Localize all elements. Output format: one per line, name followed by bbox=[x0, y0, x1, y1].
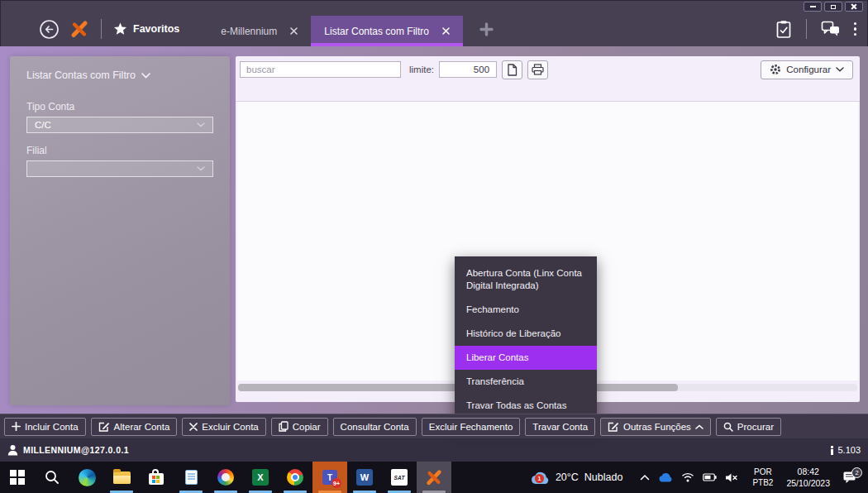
toolbar-button[interactable]: Excluir Conta bbox=[182, 418, 265, 436]
tab-close-icon[interactable] bbox=[442, 27, 450, 35]
field-label: Tipo Conta bbox=[26, 101, 213, 112]
taskbar-explorer-icon[interactable] bbox=[104, 462, 139, 493]
system-tray bbox=[632, 472, 746, 483]
maximize-button[interactable] bbox=[824, 2, 842, 12]
context-menu-item[interactable]: Fechamento bbox=[455, 298, 597, 322]
new-tab-button[interactable] bbox=[479, 22, 494, 36]
taskbar-notepad-icon[interactable] bbox=[174, 462, 208, 493]
language-line2: PTB2 bbox=[752, 477, 773, 489]
keyboard-language[interactable]: POR PTB2 bbox=[746, 467, 780, 489]
toolbar-button[interactable]: Consultar Conta bbox=[333, 418, 417, 436]
tab-close-icon[interactable] bbox=[290, 27, 298, 35]
toolbar-button-label: Alterar Conta bbox=[114, 422, 170, 432]
taskbar-chrome-icon[interactable] bbox=[278, 462, 312, 493]
taskbar-search-button[interactable] bbox=[35, 462, 69, 493]
taskbar-word-icon[interactable]: W bbox=[347, 462, 382, 493]
tray-expand-chevron-icon[interactable] bbox=[640, 474, 650, 481]
toolbar-button[interactable]: Excluir Fechamento bbox=[422, 418, 521, 436]
toolbar-button[interactable]: Incluir Conta bbox=[4, 418, 86, 436]
clock-time: 08:42 bbox=[798, 466, 819, 477]
onedrive-icon[interactable] bbox=[658, 472, 673, 482]
wifi-icon[interactable] bbox=[681, 472, 694, 482]
context-menu-item[interactable]: Histórico de Liberação bbox=[455, 322, 597, 346]
taskbar-linx-icon[interactable] bbox=[417, 462, 451, 493]
taskbar-store-icon[interactable] bbox=[139, 462, 174, 493]
kebab-menu-icon[interactable] bbox=[854, 22, 857, 36]
toolbar-button-label: Copiar bbox=[293, 422, 321, 432]
select-input[interactable] bbox=[26, 160, 213, 177]
toolbar-button[interactable]: Procurar bbox=[716, 418, 781, 436]
taskbar-teams-icon[interactable]: T 9+ bbox=[312, 462, 347, 493]
export-button[interactable] bbox=[502, 60, 522, 79]
context-menu-item-label: Transferência bbox=[466, 376, 524, 386]
context-menu-item-label: Fechamento bbox=[466, 304, 519, 314]
start-button[interactable] bbox=[0, 462, 35, 493]
back-button[interactable] bbox=[38, 18, 60, 40]
search-input[interactable] bbox=[240, 61, 401, 78]
notification-center-button[interactable]: 2 bbox=[837, 471, 868, 484]
toolbar-button[interactable]: Copiar bbox=[271, 418, 328, 436]
print-button[interactable] bbox=[527, 60, 548, 79]
back-icon bbox=[39, 19, 60, 40]
taskbar-excel-icon[interactable]: X bbox=[243, 462, 278, 493]
chevron-down-icon bbox=[836, 67, 844, 72]
chat-icon[interactable] bbox=[821, 21, 842, 37]
tab-label: e-Millennium bbox=[221, 26, 277, 37]
taskbar-clock[interactable]: 08:42 25/10/2023 bbox=[780, 466, 837, 489]
main-area: Listar Contas com Filtro Tipo Conta C/C … bbox=[0, 46, 868, 414]
context-menu-item[interactable]: Transferência bbox=[455, 370, 597, 394]
configure-button[interactable]: Configurar bbox=[761, 60, 853, 79]
toolbar-button[interactable]: Travar Conta bbox=[525, 418, 595, 436]
battery-icon[interactable] bbox=[703, 473, 717, 481]
context-menu-item-label: Travar Todas as Contas bbox=[466, 400, 566, 410]
toolbar-button[interactable]: Outras Funções bbox=[600, 418, 711, 436]
volume-muted-icon[interactable] bbox=[725, 472, 738, 483]
edit-icon bbox=[608, 421, 619, 432]
weather-badge: 1 bbox=[535, 474, 544, 483]
toolbar-button-label: Outras Funções bbox=[623, 422, 691, 432]
chevron-down-icon bbox=[197, 166, 205, 171]
context-menu-item[interactable]: Abertura Conta (Linx Conta Digital Integ… bbox=[455, 261, 597, 298]
action-toolbar: Incluir Conta Alterar Conta Excluir Cont… bbox=[0, 414, 868, 438]
favorites-button[interactable]: Favoritos bbox=[113, 22, 179, 36]
printer-icon bbox=[532, 64, 544, 75]
info-icon bbox=[831, 446, 833, 455]
context-menu-item-label: Liberar Contas bbox=[466, 352, 528, 362]
window-titlebar bbox=[0, 0, 868, 12]
table-header-row bbox=[236, 83, 860, 102]
context-menu-item[interactable]: Liberar Contas bbox=[455, 346, 597, 370]
chevron-down-icon bbox=[197, 122, 205, 127]
taskbar-paint-icon[interactable] bbox=[208, 462, 243, 493]
weather-widget[interactable]: 1 20°C Nublado bbox=[520, 471, 633, 485]
notification-badge: 2 bbox=[851, 467, 862, 478]
minimize-button[interactable] bbox=[804, 2, 822, 12]
sidebar-title[interactable]: Listar Contas com Filtro bbox=[26, 69, 213, 81]
tab[interactable]: Listar Contas com Filtro bbox=[311, 16, 463, 46]
edit-icon bbox=[98, 421, 110, 432]
clipboard-check-icon[interactable] bbox=[775, 20, 792, 39]
gear-icon bbox=[770, 64, 781, 75]
connection-status: MILLENNIUM@127.0.0.1 bbox=[7, 444, 129, 456]
weather-temp: 20°C bbox=[556, 471, 579, 483]
other-functions-menu: Abertura Conta (Linx Conta Digital Integ… bbox=[455, 256, 597, 423]
sidebar-field: Filial bbox=[26, 145, 213, 177]
user-icon bbox=[7, 444, 18, 456]
version-label: 5.103 bbox=[837, 445, 861, 455]
select-input[interactable]: C/C bbox=[26, 117, 213, 133]
tab[interactable]: e-Millennium bbox=[207, 16, 311, 46]
linx-logo-icon[interactable] bbox=[69, 19, 89, 39]
weather-condition: Nublado bbox=[584, 471, 623, 483]
tabbar-right-icons bbox=[775, 19, 868, 39]
search-icon bbox=[45, 470, 60, 485]
minimize-icon bbox=[810, 6, 816, 7]
toolbar-button[interactable]: Alterar Conta bbox=[91, 418, 178, 436]
taskbar-edge-icon[interactable] bbox=[69, 462, 104, 493]
language-line1: POR bbox=[754, 467, 772, 478]
taskbar-sat-icon[interactable]: SAT bbox=[382, 462, 417, 493]
sidebar-fields: Tipo Conta C/C Filial bbox=[26, 101, 213, 177]
toolbar-button-label: Incluir Conta bbox=[25, 422, 79, 432]
limit-input[interactable] bbox=[439, 61, 497, 78]
sidebar-field: Tipo Conta C/C bbox=[26, 101, 213, 133]
tab-strip: e-Millennium Listar Contas com Filtro bbox=[207, 16, 463, 46]
close-button[interactable] bbox=[845, 2, 863, 12]
